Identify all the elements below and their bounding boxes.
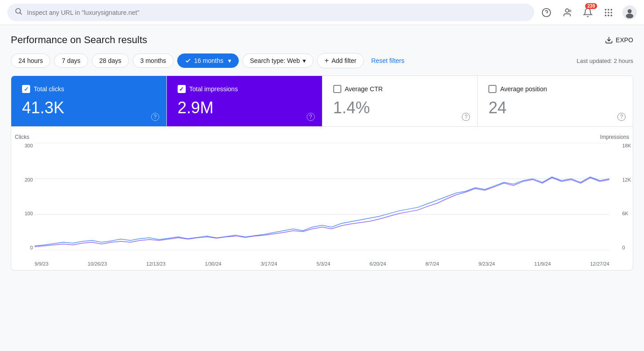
add-filter-button[interactable]: + Add filter: [317, 53, 364, 68]
export-button[interactable]: EXPO: [605, 36, 633, 44]
metric-value-clicks: 41.3K: [22, 98, 156, 117]
filter-3months[interactable]: 3 months: [133, 53, 174, 68]
svg-point-16: [611, 14, 613, 16]
search-icon: [14, 7, 22, 18]
svg-point-10: [611, 9, 613, 10]
x-tick-6: 6/20/24: [370, 261, 386, 267]
metric-value-ctr: 1.4%: [333, 98, 467, 117]
checkbox-ctr: [333, 85, 341, 93]
page-title: Performance on Search results: [11, 34, 147, 46]
x-tick-7: 8/7/24: [425, 261, 439, 267]
metric-value-position: 24: [488, 98, 622, 117]
svg-point-12: [608, 12, 609, 13]
filter-28days[interactable]: 28 days: [92, 53, 129, 68]
x-tick-10: 12/27/24: [590, 261, 609, 267]
chevron-down-icon: ▾: [228, 57, 231, 64]
x-tick-8: 9/23/24: [479, 261, 495, 267]
y-axis-right-label: Impressions: [600, 134, 629, 140]
notification-wrapper: 239: [581, 6, 595, 19]
svg-point-4: [565, 9, 568, 12]
x-tick-2: 12/13/23: [146, 261, 165, 267]
y-tick-right-0: 0: [622, 245, 625, 250]
svg-point-9: [608, 9, 609, 10]
filter-16months[interactable]: 16 months ▾: [177, 53, 238, 68]
svg-point-8: [605, 9, 607, 10]
y-axis-right-ticks: 18K 12K 6K 0: [622, 143, 631, 250]
search-container: [7, 4, 534, 21]
chart-svg: [35, 143, 609, 250]
y-axis-left-label: Clicks: [15, 134, 29, 140]
x-tick-0: 9/9/23: [35, 261, 49, 267]
impressions-line: [35, 178, 609, 247]
y-tick-left-200: 200: [25, 177, 33, 182]
metric-value-impressions: 2.9M: [178, 98, 311, 117]
svg-point-14: [605, 14, 607, 16]
metric-header-impressions: ✓ Total impressions: [178, 85, 311, 93]
metric-label-ctr: Average CTR: [345, 85, 383, 93]
svg-point-17: [628, 9, 632, 13]
svg-point-15: [608, 14, 609, 16]
reset-filters-button[interactable]: Reset filters: [367, 54, 408, 67]
last-updated-text: Last updated: 2 hours: [577, 58, 633, 64]
help-icon-position[interactable]: ?: [617, 113, 626, 121]
svg-point-0: [16, 9, 21, 13]
y-tick-right-6k: 6K: [622, 211, 628, 216]
x-tick-9: 11/9/24: [534, 261, 551, 267]
metric-card-total-impressions[interactable]: ✓ Total impressions 2.9M ?: [167, 76, 322, 126]
export-label: EXPO: [616, 36, 633, 44]
clicks-line: [35, 177, 609, 246]
apps-grid-icon-button[interactable]: [602, 6, 615, 19]
search-type-label: Search type: Web: [250, 57, 300, 64]
checkbox-position: [488, 85, 496, 93]
top-icons: 239: [540, 5, 637, 20]
search-input[interactable]: [27, 9, 527, 16]
x-tick-4: 3/17/24: [261, 261, 277, 267]
plus-icon: +: [325, 57, 329, 65]
user-settings-icon-button[interactable]: [560, 6, 574, 19]
x-axis-ticks: 9/9/23 10/26/23 12/13/23 1/30/24 3/17/24…: [35, 261, 609, 267]
svg-point-13: [611, 12, 613, 13]
y-tick-right-18k: 18K: [622, 143, 631, 148]
help-icon-ctr[interactable]: ?: [462, 113, 470, 121]
checkbox-clicks: ✓: [22, 85, 30, 93]
checkbox-impressions: ✓: [178, 85, 186, 93]
page-header: Performance on Search results EXPO: [0, 25, 644, 53]
y-axis-left-ticks: 300 200 100 0: [15, 143, 33, 250]
x-tick-3: 1/30/24: [205, 261, 222, 267]
metrics-row: ✓ Total clicks 41.3K ? ✓ Total impressio…: [11, 76, 633, 127]
filter-24hours[interactable]: 24 hours: [11, 53, 50, 68]
svg-point-18: [626, 13, 634, 18]
metric-header-clicks: ✓ Total clicks: [22, 85, 156, 93]
search-type-chevron-icon: ▾: [303, 57, 306, 64]
y-tick-right-12k: 12K: [622, 177, 631, 182]
y-tick-left-0: 0: [30, 245, 33, 250]
x-tick-1: 10/26/23: [88, 261, 107, 267]
help-icon-clicks[interactable]: ?: [151, 113, 159, 121]
top-bar: 239: [0, 0, 644, 25]
y-tick-left-100: 100: [25, 211, 33, 216]
filter-7days[interactable]: 7 days: [54, 53, 88, 68]
y-tick-left-300: 300: [25, 143, 33, 148]
help-icon-button[interactable]: [540, 6, 553, 19]
avatar-icon-button[interactable]: [622, 5, 637, 20]
notification-badge: 239: [585, 3, 597, 9]
metric-header-ctr: Average CTR: [333, 85, 467, 93]
metric-label-clicks: Total clicks: [34, 85, 64, 93]
metric-header-position: Average position: [488, 85, 622, 93]
metric-label-position: Average position: [500, 85, 547, 93]
svg-point-11: [605, 12, 607, 13]
svg-line-1: [20, 13, 22, 14]
chart-container: Clicks Impressions 300 200 100 0 18K 12K…: [11, 127, 633, 271]
x-tick-5: 5/3/24: [317, 261, 331, 267]
metric-card-avg-position[interactable]: Average position 24 ?: [478, 76, 633, 126]
help-icon-impressions[interactable]: ?: [307, 113, 315, 121]
search-type-filter[interactable]: Search type: Web ▾: [242, 53, 313, 68]
metric-card-total-clicks[interactable]: ✓ Total clicks 41.3K ?: [11, 76, 167, 126]
metric-label-impressions: Total impressions: [189, 85, 238, 93]
filters-bar: 24 hours 7 days 28 days 3 months 16 mont…: [0, 53, 644, 76]
metric-card-avg-ctr[interactable]: Average CTR 1.4% ?: [322, 76, 478, 126]
